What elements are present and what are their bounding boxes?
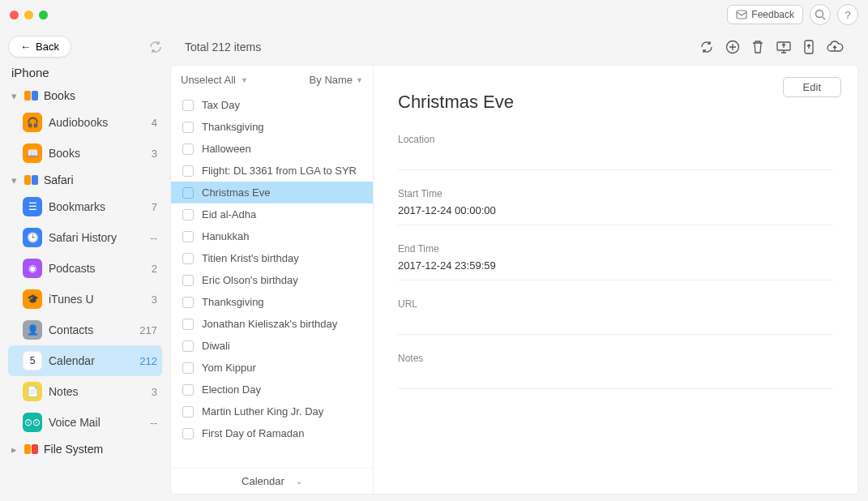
to-cloud-button[interactable] [826, 40, 844, 54]
checkbox[interactable] [182, 406, 194, 418]
list-item[interactable]: Eric Olson's birthday [171, 269, 373, 291]
list-item[interactable]: Martin Luther King Jr. Day [171, 400, 373, 422]
list-item[interactable]: Thanksgiving [171, 291, 373, 313]
sidebar-group-filesystem[interactable]: ▸File System [8, 438, 162, 460]
list-item[interactable]: Diwali [171, 335, 373, 357]
list-item[interactable]: Tax Day [171, 94, 373, 116]
list-item-label: Martin Luther King Jr. Day [202, 405, 323, 418]
detail-field-notes: Notes [398, 353, 833, 389]
chevron-down-icon: ⌄ [296, 477, 302, 486]
sidebar: ← Back iPhone ▾Books🎧Audiobooks4📖Books3▾… [0, 29, 170, 501]
sort-label: By Name [310, 74, 353, 86]
chevron-right-icon: ▸ [11, 443, 19, 456]
list-item[interactable]: Christmas Eve [171, 182, 373, 203]
list-item[interactable]: Jonathan Kieliszak's birthday [171, 313, 373, 335]
sidebar-group-safari[interactable]: ▾Safari [8, 169, 162, 191]
sidebar-item-count: -- [150, 417, 157, 429]
export-button[interactable] [776, 40, 792, 54]
sidebar-item-contacts[interactable]: 👤Contacts217 [8, 315, 162, 345]
help-button[interactable]: ? [837, 4, 858, 25]
sidebar-item-books[interactable]: 📖Books3 [8, 138, 162, 169]
list-item[interactable]: First Day of Ramadan [171, 422, 373, 444]
list-item[interactable]: Titien Krist's birthday [171, 247, 373, 269]
checkbox[interactable] [182, 187, 194, 199]
sidebar-item-podcasts[interactable]: ◉Podcasts2 [8, 253, 162, 284]
select-all-toggle[interactable]: Unselect All ▼ [181, 74, 248, 86]
checkbox[interactable] [182, 165, 194, 177]
checkbox[interactable] [182, 384, 194, 396]
sidebar-item-notes[interactable]: 📄Notes3 [8, 376, 162, 407]
sidebar-item-count: 7 [152, 201, 157, 213]
sidebar-item-safari-history[interactable]: 🕒Safari History-- [8, 222, 162, 253]
list-item-label: Election Day [202, 383, 261, 396]
total-count: Total 212 items [185, 41, 261, 54]
checkbox[interactable] [182, 100, 194, 111]
field-label: Start Time [398, 188, 833, 199]
delete-button[interactable] [751, 40, 764, 54]
app-icon: 📖 [23, 143, 42, 163]
sort-dropdown[interactable]: By Name ▼ [310, 74, 363, 86]
refresh-button[interactable] [699, 40, 714, 54]
books-pair-icon [24, 91, 39, 101]
sidebar-item-calendar[interactable]: 5Calendar212 [8, 345, 162, 376]
sidebar-item-count: 212 [139, 355, 157, 367]
list-item[interactable]: Hanukkah [171, 225, 373, 247]
group-label: Books [44, 89, 75, 102]
feedback-label: Feedback [751, 9, 794, 20]
checkbox[interactable] [182, 253, 194, 264]
checkbox[interactable] [182, 143, 194, 155]
sidebar-item-label: Safari History [49, 231, 143, 244]
search-button[interactable] [810, 4, 831, 25]
checkbox[interactable] [182, 297, 194, 308]
feedback-button[interactable]: Feedback [727, 5, 803, 24]
list-item-label: Halloween [202, 143, 251, 155]
sidebar-item-itunes-u[interactable]: 🎓iTunes U3 [8, 284, 162, 315]
list-footer-dropdown[interactable]: Calendar ⌄ [171, 468, 373, 494]
sidebar-item-voice-mail[interactable]: ⊙⊙Voice Mail-- [8, 407, 162, 438]
refresh-icon [149, 41, 162, 54]
sidebar-item-label: Bookmarks [49, 200, 145, 213]
sidebar-refresh-button[interactable] [149, 41, 162, 54]
checkbox[interactable] [182, 209, 194, 221]
list-item[interactable]: Halloween [171, 138, 373, 160]
list-item[interactable]: Yom Kippur [171, 357, 373, 379]
sidebar-item-count: 217 [139, 324, 157, 336]
list-item-label: First Day of Ramadan [202, 427, 304, 439]
checkbox[interactable] [182, 362, 194, 374]
computer-icon [776, 41, 792, 54]
list-item[interactable]: Flight: DL 3361 from LGA to SYR [171, 160, 373, 182]
add-button[interactable] [725, 40, 740, 54]
device-name: iPhone [11, 66, 162, 79]
sidebar-item-bookmarks[interactable]: ☰Bookmarks7 [8, 191, 162, 222]
sidebar-item-count: 3 [152, 293, 157, 306]
field-value: 2017-12-24 23:59:59 [398, 259, 833, 272]
list-item[interactable]: Election Day [171, 379, 373, 400]
sidebar-item-label: Podcasts [49, 262, 145, 275]
checkbox[interactable] [182, 319, 194, 330]
sidebar-group-books[interactable]: ▾Books [8, 84, 162, 107]
edit-button[interactable]: Edit [783, 77, 841, 97]
field-label: Location [398, 134, 833, 145]
maximize-icon[interactable] [39, 11, 48, 19]
sidebar-item-audiobooks[interactable]: 🎧Audiobooks4 [8, 107, 162, 138]
checkbox[interactable] [182, 275, 194, 286]
checkbox[interactable] [182, 428, 194, 439]
sidebar-item-label: Calendar [49, 354, 133, 367]
app-icon: 🎓 [23, 289, 42, 309]
list-item-label: Titien Krist's birthday [202, 252, 299, 264]
list-item[interactable]: Thanksgiving [171, 116, 373, 138]
checkbox[interactable] [182, 231, 194, 242]
back-button[interactable]: ← Back [8, 36, 71, 58]
to-device-button[interactable] [803, 40, 815, 54]
list-item[interactable]: Eid al-Adha [171, 203, 373, 225]
close-icon[interactable] [10, 11, 19, 19]
field-value [398, 315, 833, 326]
chevron-down-icon: ▾ [11, 90, 19, 102]
sidebar-item-label: Contacts [49, 323, 133, 336]
detail-field-end-time: End Time2017-12-24 23:59:59 [398, 243, 833, 280]
main-header: Total 212 items [170, 29, 858, 65]
checkbox[interactable] [182, 340, 194, 352]
sidebar-item-count: 3 [152, 386, 157, 398]
minimize-icon[interactable] [24, 11, 33, 19]
checkbox[interactable] [182, 122, 194, 133]
